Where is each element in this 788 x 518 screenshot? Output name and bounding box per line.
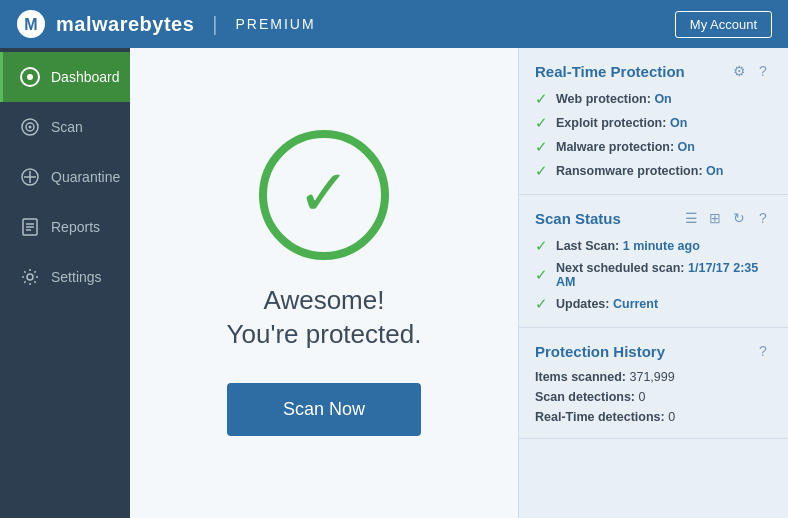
next-scan-check-icon: ✓ xyxy=(535,266,548,284)
protection-history-title: Protection History xyxy=(535,343,665,360)
svg-point-6 xyxy=(29,126,32,129)
scan-status-section: Scan Status ☰ ⊞ ↻ ? ✓ Last Scan: 1 minut… xyxy=(519,195,788,328)
ransomware-protection-check-icon: ✓ xyxy=(535,162,548,180)
scan-status-title: Scan Status xyxy=(535,210,621,227)
headline-line1: Awesome! xyxy=(227,284,422,318)
right-panel: Real-Time Protection ⚙ ? ✓ Web protectio… xyxy=(518,48,788,518)
scan-icon xyxy=(19,116,41,138)
header-divider: | xyxy=(212,13,217,36)
sidebar-item-dashboard[interactable]: Dashboard xyxy=(0,52,130,102)
app-name: malwarebytes xyxy=(56,13,194,36)
scan-status-header: Scan Status ☰ ⊞ ↻ ? xyxy=(535,209,772,227)
last-scan-item: ✓ Last Scan: 1 minute ago xyxy=(535,237,772,255)
protection-history-section: Protection History ? Items scanned: 371,… xyxy=(519,328,788,439)
app-header: M malwarebytes | PREMIUM My Account xyxy=(0,0,788,48)
exploit-protection-label: Exploit protection: On xyxy=(556,116,687,130)
sidebar-item-scan[interactable]: Scan xyxy=(0,102,130,152)
sidebar-label-settings: Settings xyxy=(51,269,102,285)
last-scan-check-icon: ✓ xyxy=(535,237,548,255)
malware-protection-check-icon: ✓ xyxy=(535,138,548,156)
real-time-protection-section: Real-Time Protection ⚙ ? ✓ Web protectio… xyxy=(519,48,788,195)
realtime-detections-item: Real-Time detections: 0 xyxy=(535,410,772,424)
svg-text:M: M xyxy=(24,16,37,33)
my-account-button[interactable]: My Account xyxy=(675,11,772,38)
dashboard-icon xyxy=(19,66,41,88)
real-time-header: Real-Time Protection ⚙ ? xyxy=(535,62,772,80)
scan-status-icons: ☰ ⊞ ↻ ? xyxy=(682,209,772,227)
settings-icon xyxy=(19,266,41,288)
grid-view-icon[interactable]: ⊞ xyxy=(706,209,724,227)
sidebar-label-reports: Reports xyxy=(51,219,100,235)
edition-label: PREMIUM xyxy=(236,16,316,32)
protection-history-header: Protection History ? xyxy=(535,342,772,360)
sidebar: Dashboard Scan Quarantine xyxy=(0,48,130,518)
scan-help-icon[interactable]: ? xyxy=(754,209,772,227)
refresh-icon[interactable]: ↻ xyxy=(730,209,748,227)
items-scanned-label: Items scanned: 371,999 xyxy=(535,370,675,384)
settings-gear-icon[interactable]: ⚙ xyxy=(730,62,748,80)
malware-protection-item: ✓ Malware protection: On xyxy=(535,138,772,156)
ransomware-protection-label: Ransomware protection: On xyxy=(556,164,723,178)
real-time-icons: ⚙ ? xyxy=(730,62,772,80)
svg-point-14 xyxy=(27,274,33,280)
list-view-icon[interactable]: ☰ xyxy=(682,209,700,227)
exploit-protection-check-icon: ✓ xyxy=(535,114,548,132)
checkmark-icon: ✓ xyxy=(297,161,351,225)
history-icons: ? xyxy=(754,342,772,360)
real-time-title: Real-Time Protection xyxy=(535,63,685,80)
sidebar-item-reports[interactable]: Reports xyxy=(0,202,130,252)
next-scan-label: Next scheduled scan: 1/17/17 2:35 AM xyxy=(556,261,772,289)
ransomware-protection-item: ✓ Ransomware protection: On xyxy=(535,162,772,180)
updates-item: ✓ Updates: Current xyxy=(535,295,772,313)
web-protection-item: ✓ Web protection: On xyxy=(535,90,772,108)
reports-icon xyxy=(19,216,41,238)
sidebar-label-dashboard: Dashboard xyxy=(51,69,120,85)
scan-detections-item: Scan detections: 0 xyxy=(535,390,772,404)
web-protection-check-icon: ✓ xyxy=(535,90,548,108)
realtime-detections-label: Real-Time detections: 0 xyxy=(535,410,675,424)
sidebar-item-settings[interactable]: Settings xyxy=(0,252,130,302)
scan-detections-label: Scan detections: 0 xyxy=(535,390,645,404)
exploit-protection-item: ✓ Exploit protection: On xyxy=(535,114,772,132)
headline-line2: You're protected. xyxy=(227,318,422,352)
help-icon[interactable]: ? xyxy=(754,62,772,80)
malware-protection-label: Malware protection: On xyxy=(556,140,695,154)
quarantine-icon xyxy=(19,166,41,188)
malwarebytes-logo-icon: M xyxy=(16,9,46,39)
scan-now-button[interactable]: Scan Now xyxy=(227,383,421,436)
history-help-icon[interactable]: ? xyxy=(754,342,772,360)
sidebar-item-quarantine[interactable]: Quarantine xyxy=(0,152,130,202)
items-scanned-item: Items scanned: 371,999 xyxy=(535,370,772,384)
main-content: ✓ Awesome! You're protected. Scan Now xyxy=(130,48,518,518)
main-layout: Dashboard Scan Quarantine xyxy=(0,48,788,518)
last-scan-label: Last Scan: 1 minute ago xyxy=(556,239,700,253)
logo-area: M malwarebytes | PREMIUM xyxy=(16,9,316,39)
sidebar-label-scan: Scan xyxy=(51,119,83,135)
svg-point-3 xyxy=(27,74,33,80)
updates-label: Updates: Current xyxy=(556,297,658,311)
sidebar-label-quarantine: Quarantine xyxy=(51,169,120,185)
protected-message: Awesome! You're protected. xyxy=(227,284,422,352)
updates-check-icon: ✓ xyxy=(535,295,548,313)
web-protection-label: Web protection: On xyxy=(556,92,672,106)
protection-status-circle: ✓ xyxy=(259,130,389,260)
next-scan-item: ✓ Next scheduled scan: 1/17/17 2:35 AM xyxy=(535,261,772,289)
